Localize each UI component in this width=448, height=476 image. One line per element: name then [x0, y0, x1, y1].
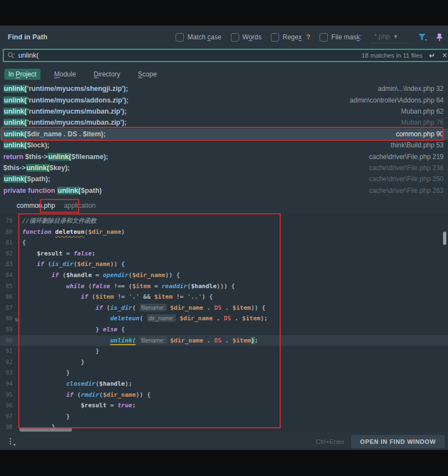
close-icon[interactable]: ✕ [442, 52, 447, 59]
code-token-pl: !== ( [110, 283, 132, 290]
result-row[interactable]: unlink('runtime/myucms/muban.zip');Muban… [0, 117, 448, 128]
code-token-pl: )) { [165, 272, 180, 279]
code-token-pl: != [114, 293, 129, 300]
code-line[interactable]: 93} [0, 367, 448, 378]
filter-results-button[interactable] [418, 33, 427, 41]
checkbox-match-case[interactable] [176, 33, 184, 42]
search-icon [7, 52, 15, 59]
code-line[interactable]: 86if ($item != '.' && $item != '..') { [0, 291, 448, 303]
open-in-find-window-button[interactable]: OPEN IN FIND WINDOW [351, 435, 445, 448]
line-number: 79 [6, 216, 13, 227]
code-token-pl: ); [125, 380, 132, 387]
scope-tab-module[interactable]: Module [50, 69, 80, 80]
code-line[interactable]: 96$result = true; [0, 400, 448, 411]
code-token-pl: )) { [110, 260, 125, 268]
code-token-pl: ( [88, 293, 95, 300]
code-text: } [22, 367, 70, 378]
result-code-text: unlink('runtime/myucms/muban.zip'); [3, 119, 127, 126]
code-text: unlink( filename: $dir_name . DS . $item… [22, 335, 258, 346]
result-row[interactable]: unlink($dir_name . DS . $item);common.ph… [0, 129, 448, 140]
code-token-fn: opendir [103, 272, 128, 279]
code-line[interactable]: 87if (is_dir( filename: $dir_name . DS .… [0, 303, 448, 314]
line-number: 97 [6, 411, 13, 422]
file-mask-checkbox[interactable] [320, 33, 328, 42]
new-line-icon[interactable]: ↵ [429, 52, 435, 60]
result-row[interactable]: unlink($path);cache\driver\File.php 250 [0, 173, 448, 185]
code-line[interactable]: 79//循环删除目录和文件函数 [0, 216, 448, 227]
result-row[interactable]: $this->unlink($key);cache\driver\File.ph… [0, 162, 448, 173]
code-token-var: $dir_name [103, 391, 136, 398]
result-file-path: admin\...\Index.php 32 [378, 85, 444, 93]
code-token-pl: ( [74, 391, 81, 398]
code-text: while (false !== ($item = readdir($handl… [22, 281, 235, 292]
option-words: Words [231, 33, 261, 42]
result-pre-token: private function [3, 187, 55, 195]
code-token-pl: { [117, 326, 125, 333]
code-token-var: $dir_name [180, 315, 213, 322]
vertical-scrollbar-thumb[interactable] [443, 232, 446, 245]
code-text: deleteun( dir_name: $dir_name . DS . $it… [22, 313, 267, 324]
dialog-header: Find in Path Match caseWordsRegex? File … [0, 25, 448, 49]
code-line[interactable]: 94closedir($handle); [0, 378, 448, 390]
caret-down-icon: ▾ [13, 442, 16, 447]
code-token-pl: )) { [136, 391, 151, 398]
code-line[interactable]: 82$result = false; [0, 248, 448, 259]
code-token-pl: = [92, 272, 103, 279]
file-mask-dropdown[interactable]: *.php ▼ [371, 32, 409, 43]
chevron-down-icon: ▼ [393, 34, 398, 39]
checkbox-words[interactable] [231, 33, 239, 42]
option-match-case: Match case [176, 33, 221, 42]
code-token-var: $dir_name [88, 228, 121, 236]
scope-tab-directory[interactable]: Directory [90, 69, 124, 80]
code-line[interactable]: 81{ [0, 237, 448, 248]
search-options: Match caseWordsRegex? File mask: *.php ▼ [176, 25, 442, 49]
code-line[interactable]: 84if ($handle = opendir($dir_name)) { [0, 270, 448, 281]
code-token-fn: is_dir [52, 260, 74, 268]
code-token-var: $item [242, 315, 260, 322]
scope-tab-in-project[interactable]: In Project [4, 69, 40, 80]
code-preview-editor[interactable]: 79//循环删除目录和文件函数80function deleteun($dir_… [0, 213, 448, 432]
result-row[interactable]: unlink('runtime/myucms/addons.zip');admi… [0, 94, 448, 105]
code-token-var: $dir_name [77, 260, 110, 268]
regex-help-icon[interactable]: ? [306, 33, 310, 41]
result-code-text: return $this->unlink($filename); [3, 153, 108, 161]
code-line[interactable]: 83if (is_dir($dir_name)) { [0, 259, 448, 270]
result-row[interactable]: unlink('runtime/myucms/shengji.zip');adm… [0, 83, 448, 94]
result-row[interactable]: private function unlink($path)cache\driv… [0, 185, 448, 196]
code-token-kw: if [37, 260, 44, 268]
result-row[interactable]: return $this->unlink($filename);cache\dr… [0, 151, 448, 162]
code-token-kw: while [66, 283, 84, 290]
result-code-text: unlink($lock); [3, 141, 49, 149]
code-line[interactable]: 92} [0, 357, 448, 368]
line-number: 93 [6, 367, 13, 378]
code-token-kw: if [95, 304, 102, 311]
code-line[interactable]: 95if (rmdir($dir_name)) { [0, 390, 448, 401]
code-token-pl: } [81, 359, 85, 366]
pin-window-button[interactable] [436, 33, 442, 42]
result-pre-token: return [3, 153, 23, 161]
code-token-mfn: unlink( [110, 337, 136, 345]
code-token-hint: filename: [140, 336, 167, 344]
preview-tab-application[interactable]: application [59, 199, 100, 212]
results-list: unlink('runtime/myucms/shengji.zip');adm… [0, 83, 448, 196]
code-token-vw: $handle [99, 380, 125, 387]
code-line[interactable]: 90unlink( filename: $dir_name . DS . $it… [0, 335, 448, 346]
line-number: 82 [6, 248, 13, 259]
code-line[interactable]: 88↻deleteun( dir_name: $dir_name . DS . … [0, 313, 448, 324]
code-line[interactable]: 91} [0, 346, 448, 357]
more-options-button[interactable]: ⋮▾ [0, 436, 16, 447]
code-token-pl: && [140, 293, 155, 300]
scope-tab-scope[interactable]: Scope [134, 69, 161, 80]
code-token-kw: if [52, 272, 59, 279]
result-row[interactable]: unlink($lock);think\Build.php 53 [0, 140, 448, 151]
checkbox-regex[interactable] [271, 33, 279, 42]
preview-tab-common-php[interactable]: common.php [12, 199, 59, 212]
code-line[interactable]: 89} else { [0, 324, 448, 335]
code-line[interactable]: 97} [0, 411, 448, 422]
search-input[interactable]: unlink( 18 matches in 11 files ↵ ✕ [3, 49, 448, 62]
code-line[interactable]: 80function deleteun($dir_name) [0, 227, 448, 238]
code-line[interactable]: 85while (false !== ($item = readdir($han… [0, 281, 448, 292]
result-row[interactable]: unlink('runtime/myucms/muban.zip');Muban… [0, 106, 448, 117]
horizontal-scrollbar-thumb[interactable] [19, 428, 72, 432]
match-highlight: unlink( [3, 130, 27, 138]
